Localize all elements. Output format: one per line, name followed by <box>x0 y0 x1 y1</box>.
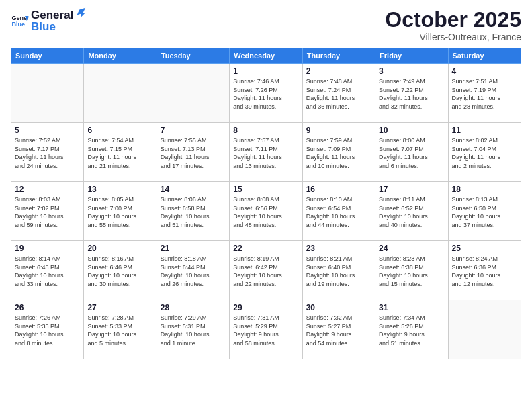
day-cell-2-2: 14Sunrise: 8:06 AM Sunset: 6:58 PM Dayli… <box>157 182 229 241</box>
day-number: 8 <box>233 126 298 135</box>
day-info: Sunrise: 8:16 AM Sunset: 6:46 PM Dayligh… <box>87 255 152 288</box>
day-info: Sunrise: 8:08 AM Sunset: 6:56 PM Dayligh… <box>233 195 298 229</box>
day-info: Sunrise: 8:13 AM Sunset: 6:50 PM Dayligh… <box>452 195 517 229</box>
day-cell-2-5: 17Sunrise: 8:11 AM Sunset: 6:52 PM Dayli… <box>375 182 448 241</box>
day-info: Sunrise: 7:49 AM Sunset: 7:22 PM Dayligh… <box>379 77 444 111</box>
header-wednesday: Wednesday <box>230 48 302 64</box>
day-info: Sunrise: 8:24 AM Sunset: 6:36 PM Dayligh… <box>452 255 517 288</box>
week-row-1: 1Sunrise: 7:46 AM Sunset: 7:26 PM Daylig… <box>11 64 521 123</box>
day-info: Sunrise: 7:54 AM Sunset: 7:15 PM Dayligh… <box>87 136 152 170</box>
weekday-header-row: Sunday Monday Tuesday Wednesday Thursday… <box>11 48 521 64</box>
day-info: Sunrise: 8:05 AM Sunset: 7:00 PM Dayligh… <box>87 195 152 229</box>
day-number: 6 <box>87 126 152 135</box>
day-info: Sunrise: 7:29 AM Sunset: 5:31 PM Dayligh… <box>161 314 226 347</box>
day-info: Sunrise: 7:48 AM Sunset: 7:24 PM Dayligh… <box>306 77 371 111</box>
day-cell-4-1: 27Sunrise: 7:28 AM Sunset: 5:33 PM Dayli… <box>84 300 157 359</box>
day-cell-0-3: 1Sunrise: 7:46 AM Sunset: 7:26 PM Daylig… <box>230 64 302 123</box>
day-cell-4-3: 29Sunrise: 7:31 AM Sunset: 5:29 PM Dayli… <box>230 300 302 359</box>
day-info: Sunrise: 7:32 AM Sunset: 5:27 PM Dayligh… <box>306 314 371 347</box>
day-number: 10 <box>379 126 444 135</box>
week-row-5: 26Sunrise: 7:26 AM Sunset: 5:35 PM Dayli… <box>11 300 521 359</box>
logo-bird-icon <box>75 7 87 19</box>
logo-blue: Blue <box>31 20 87 34</box>
location-subtitle: Villers-Outreaux, France <box>385 32 521 42</box>
header-tuesday: Tuesday <box>157 48 229 64</box>
day-info: Sunrise: 7:59 AM Sunset: 7:09 PM Dayligh… <box>306 136 371 170</box>
day-cell-3-3: 22Sunrise: 8:19 AM Sunset: 6:42 PM Dayli… <box>230 241 302 300</box>
day-info: Sunrise: 7:55 AM Sunset: 7:13 PM Dayligh… <box>161 136 226 170</box>
day-info: Sunrise: 7:31 AM Sunset: 5:29 PM Dayligh… <box>233 314 298 347</box>
header-sunday: Sunday <box>11 48 84 64</box>
day-cell-1-4: 9Sunrise: 7:59 AM Sunset: 7:09 PM Daylig… <box>302 123 375 182</box>
day-cell-2-3: 15Sunrise: 8:08 AM Sunset: 6:56 PM Dayli… <box>230 182 302 241</box>
day-cell-0-6: 4Sunrise: 7:51 AM Sunset: 7:19 PM Daylig… <box>448 64 521 123</box>
day-cell-1-3: 8Sunrise: 7:57 AM Sunset: 7:11 PM Daylig… <box>230 123 302 182</box>
day-info: Sunrise: 8:23 AM Sunset: 6:38 PM Dayligh… <box>379 255 444 288</box>
day-cell-4-2: 28Sunrise: 7:29 AM Sunset: 5:31 PM Dayli… <box>157 300 229 359</box>
day-number: 7 <box>161 126 226 135</box>
day-number: 16 <box>306 185 371 194</box>
header-saturday: Saturday <box>448 48 521 64</box>
day-cell-0-1 <box>84 64 157 123</box>
day-cell-2-0: 12Sunrise: 8:03 AM Sunset: 7:02 PM Dayli… <box>11 182 84 241</box>
day-info: Sunrise: 7:26 AM Sunset: 5:35 PM Dayligh… <box>15 314 80 347</box>
logo-icon: General Blue <box>11 11 30 30</box>
day-info: Sunrise: 8:19 AM Sunset: 6:42 PM Dayligh… <box>233 255 298 288</box>
title-area: October 2025 Villers-Outreaux, France <box>385 8 521 42</box>
day-number: 20 <box>87 244 152 253</box>
day-number: 11 <box>452 126 517 135</box>
day-cell-1-0: 5Sunrise: 7:52 AM Sunset: 7:17 PM Daylig… <box>11 123 84 182</box>
day-cell-3-6: 25Sunrise: 8:24 AM Sunset: 6:36 PM Dayli… <box>448 241 521 300</box>
day-number: 21 <box>161 244 226 253</box>
week-row-4: 19Sunrise: 8:14 AM Sunset: 6:48 PM Dayli… <box>11 241 521 300</box>
day-number: 12 <box>15 185 80 194</box>
day-number: 22 <box>233 244 298 253</box>
day-number: 23 <box>306 244 371 253</box>
day-info: Sunrise: 8:18 AM Sunset: 6:44 PM Dayligh… <box>161 255 226 288</box>
day-cell-3-4: 23Sunrise: 8:21 AM Sunset: 6:40 PM Dayli… <box>302 241 375 300</box>
day-number: 28 <box>161 303 226 312</box>
day-number: 9 <box>306 126 371 135</box>
day-cell-3-1: 20Sunrise: 8:16 AM Sunset: 6:46 PM Dayli… <box>84 241 157 300</box>
day-cell-2-4: 16Sunrise: 8:10 AM Sunset: 6:54 PM Dayli… <box>302 182 375 241</box>
day-info: Sunrise: 8:06 AM Sunset: 6:58 PM Dayligh… <box>161 195 226 229</box>
day-number: 1 <box>233 66 298 76</box>
header-friday: Friday <box>375 48 448 64</box>
day-cell-2-1: 13Sunrise: 8:05 AM Sunset: 7:00 PM Dayli… <box>84 182 157 241</box>
day-info: Sunrise: 8:03 AM Sunset: 7:02 PM Dayligh… <box>15 195 80 229</box>
day-number: 3 <box>379 66 444 76</box>
day-cell-0-0 <box>11 64 84 123</box>
day-info: Sunrise: 7:34 AM Sunset: 5:26 PM Dayligh… <box>379 314 444 347</box>
day-number: 17 <box>379 185 444 194</box>
day-info: Sunrise: 7:28 AM Sunset: 5:33 PM Dayligh… <box>87 314 152 347</box>
day-cell-4-4: 30Sunrise: 7:32 AM Sunset: 5:27 PM Dayli… <box>302 300 375 359</box>
day-number: 27 <box>87 303 152 312</box>
day-cell-3-5: 24Sunrise: 8:23 AM Sunset: 6:38 PM Dayli… <box>375 241 448 300</box>
header: General Blue General Blue October 2025 V… <box>11 8 521 42</box>
day-cell-1-1: 6Sunrise: 7:54 AM Sunset: 7:15 PM Daylig… <box>84 123 157 182</box>
day-cell-3-2: 21Sunrise: 8:18 AM Sunset: 6:44 PM Dayli… <box>157 241 229 300</box>
day-cell-1-6: 11Sunrise: 8:02 AM Sunset: 7:04 PM Dayli… <box>448 123 521 182</box>
svg-marker-4 <box>77 8 86 17</box>
header-monday: Monday <box>84 48 157 64</box>
day-info: Sunrise: 7:51 AM Sunset: 7:19 PM Dayligh… <box>452 77 517 111</box>
day-number: 24 <box>379 244 444 253</box>
day-cell-2-6: 18Sunrise: 8:13 AM Sunset: 6:50 PM Dayli… <box>448 182 521 241</box>
day-number: 31 <box>379 303 444 312</box>
day-info: Sunrise: 8:21 AM Sunset: 6:40 PM Dayligh… <box>306 255 371 288</box>
calendar-table: Sunday Monday Tuesday Wednesday Thursday… <box>11 48 521 359</box>
day-cell-4-5: 31Sunrise: 7:34 AM Sunset: 5:26 PM Dayli… <box>375 300 448 359</box>
day-number: 13 <box>87 185 152 194</box>
day-number: 18 <box>452 185 517 194</box>
day-cell-0-4: 2Sunrise: 7:48 AM Sunset: 7:24 PM Daylig… <box>302 64 375 123</box>
day-number: 26 <box>15 303 80 312</box>
day-number: 4 <box>452 66 517 76</box>
day-number: 29 <box>233 303 298 312</box>
day-info: Sunrise: 7:57 AM Sunset: 7:11 PM Dayligh… <box>233 136 298 170</box>
day-number: 25 <box>452 244 517 253</box>
day-info: Sunrise: 8:14 AM Sunset: 6:48 PM Dayligh… <box>15 255 80 288</box>
day-cell-4-0: 26Sunrise: 7:26 AM Sunset: 5:35 PM Dayli… <box>11 300 84 359</box>
day-cell-0-2 <box>157 64 229 123</box>
day-info: Sunrise: 7:46 AM Sunset: 7:26 PM Dayligh… <box>233 77 298 111</box>
month-title: October 2025 <box>385 8 521 32</box>
